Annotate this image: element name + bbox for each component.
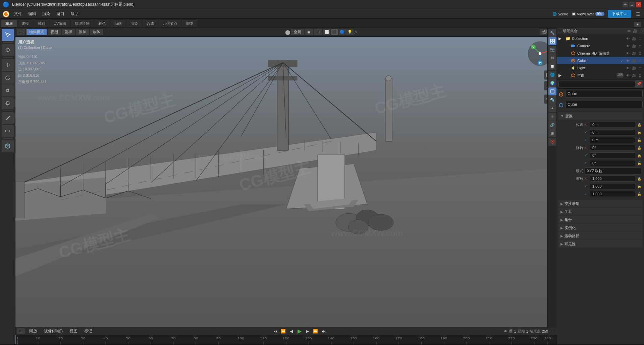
prop-world[interactable]: 🌍 (548, 79, 556, 87)
collections-header[interactable]: ▶ 集合 (558, 216, 643, 223)
scale-y-value[interactable]: 1.000 (590, 183, 635, 189)
workspace-tab-modeling[interactable]: 建模 (17, 20, 33, 27)
play-button[interactable]: ▶ (296, 328, 303, 335)
mode-dropdown[interactable]: XYZ 欧拉 (585, 167, 641, 175)
timeline-tab-playback[interactable]: 回放 (26, 328, 40, 335)
menu-render[interactable]: 渲染 (40, 10, 53, 17)
collection-cam[interactable]: 🎥 (631, 36, 637, 41)
add-workspace-button[interactable]: + (634, 22, 641, 27)
cube-eye[interactable]: 👁 (625, 58, 631, 63)
camera-eye[interactable]: 👁 (625, 43, 631, 49)
prop-particles[interactable]: ✦ (548, 104, 556, 112)
rotate-tool[interactable] (2, 72, 14, 84)
menu-help[interactable]: 帮助 (68, 10, 81, 17)
rotation-z-lock[interactable]: 🔒 (637, 161, 641, 165)
cinema4d-cam[interactable]: 🎥 (631, 51, 637, 56)
viewport-canvas[interactable]: CG模型主 CG模型主 CG模型主 CG模型主 www.CGMXW.com ww… (15, 37, 557, 327)
location-x-lock[interactable]: 🔒 (637, 123, 641, 127)
prop-material[interactable] (548, 138, 556, 146)
jump-end-button[interactable]: ⏭ (320, 328, 327, 335)
blank-render[interactable]: ⊡ (637, 73, 643, 78)
cinema4d-render[interactable]: ⊡ (637, 51, 643, 56)
light-render[interactable]: ⊡ (637, 65, 643, 71)
timeline-tab-marker[interactable]: 标记 (82, 328, 95, 335)
scene-selector[interactable]: 🌐 Scene (552, 12, 568, 16)
properties-search[interactable] (558, 81, 635, 87)
xray-button[interactable]: ⊡ (314, 29, 322, 35)
workspace-tab-animation[interactable]: 动画 (110, 20, 126, 27)
window-controls[interactable]: ─ □ ✕ (623, 2, 641, 7)
select-menu-button[interactable]: 选择 (62, 29, 75, 35)
collection-eye[interactable]: 👁 (625, 36, 631, 41)
camera-cam[interactable]: 🎥 (631, 43, 637, 49)
shading-solid[interactable]: ⬛ (331, 29, 338, 35)
location-z-lock[interactable]: 🔒 (637, 138, 641, 142)
annotate-tool[interactable] (2, 112, 14, 124)
timeline-editor-type[interactable]: ⊞ (17, 328, 25, 334)
workspace-tab-texture[interactable]: 纹理绘制 (71, 20, 94, 27)
viewport-overlay-button[interactable]: ◉ (305, 29, 313, 35)
menu-file[interactable]: 文件 (11, 10, 25, 17)
measure-tool[interactable] (2, 125, 14, 137)
select-tool[interactable] (2, 29, 14, 41)
view-menu-button[interactable]: 视图 (48, 29, 61, 35)
add-cube-tool[interactable] (2, 140, 14, 152)
material-button[interactable]: 全属 (291, 29, 304, 35)
collection-render[interactable]: ⊡ (637, 36, 643, 41)
outliner-item-cube[interactable]: Cube ✓ 👁 🎥 ⊡ (557, 57, 644, 64)
shading-rendered[interactable]: 💡 (346, 29, 354, 35)
prop-active-tool[interactable]: 🔧 (548, 29, 556, 37)
rotation-y-lock[interactable]: 🔒 (637, 154, 641, 157)
object-name-input[interactable] (565, 90, 643, 97)
download-button[interactable]: 下载中... (608, 10, 631, 18)
prop-pin[interactable]: 📌 (635, 80, 643, 88)
scale-x-value[interactable]: 1.000 (590, 176, 635, 182)
blender-logo[interactable] (1, 9, 11, 19)
scene-collection-cam[interactable]: 🎥 (633, 29, 638, 33)
scene-collection-render[interactable]: ⊡ (640, 29, 643, 33)
shading-material[interactable]: 🔵 (338, 29, 346, 35)
rotation-x-value[interactable]: 0° (590, 145, 635, 151)
prop-object[interactable] (548, 87, 556, 95)
location-y-lock[interactable]: 🔒 (637, 131, 641, 134)
workspace-tab-sculpt[interactable]: 雕刻 (34, 20, 49, 27)
relations-header[interactable]: ▶ 关系 (558, 208, 643, 215)
prop-output[interactable]: 🖥 (548, 54, 556, 62)
prop-render[interactable]: 📷 (548, 46, 556, 54)
move-tool[interactable] (2, 59, 14, 71)
outliner-item-collection[interactable]: ▶ 📁 Collection 👁 🎥 ⊡ (557, 35, 644, 42)
next-frame-button[interactable]: ⏩ (312, 328, 319, 335)
workspace-tab-shading[interactable]: 着色 (94, 20, 110, 27)
prop-physics[interactable]: ⚛ (548, 113, 556, 121)
scale-tool[interactable] (2, 84, 14, 96)
scene-collection-eye[interactable]: 👁 (627, 29, 631, 33)
object-menu-button[interactable]: 物体 (90, 29, 103, 35)
prop-modifier[interactable]: 🔩 (548, 96, 556, 104)
prop-view-layer[interactable]: 🔲 (548, 62, 556, 70)
light-eye[interactable]: 👁 (625, 65, 631, 71)
next-keyframe-button[interactable]: ▶ (304, 328, 311, 335)
scale-z-value[interactable]: 1.000 (590, 191, 635, 197)
object-mode-button[interactable]: 物体模式 (26, 29, 47, 35)
instances-header[interactable]: ▶ 实例化 (558, 224, 643, 231)
menu-window[interactable]: 窗口 (54, 10, 67, 17)
camera-render[interactable]: ⊡ (637, 43, 643, 49)
delta-transform-header[interactable]: ▶ 变换增量 (558, 200, 643, 207)
cube-render[interactable]: ⊡ (637, 58, 643, 63)
outliner-item-light[interactable]: Light 👁 🎥 ⊡ (557, 64, 644, 72)
workspace-tab-geometry[interactable]: 几何节点 (159, 20, 181, 27)
workspace-tab-compositing[interactable]: 合成 (143, 20, 158, 27)
viewlayer-selector[interactable]: 🔲 ViewLayer 99+ (572, 12, 604, 16)
editor-type-button[interactable]: ⊞ (17, 29, 25, 35)
prop-scene[interactable] (548, 37, 556, 45)
filter-icon[interactable]: ☰ (636, 11, 640, 17)
location-x-value[interactable]: 0 m (590, 122, 635, 128)
prop-constraints[interactable]: 🔗 (548, 121, 556, 129)
timeline-tab-view[interactable]: 视像(插帧) (41, 328, 65, 335)
menu-edit[interactable]: 编辑 (25, 10, 39, 17)
outliner-item-cinema4d[interactable]: Cinema_4D_编辑器 👁 🎥 ⊡ (557, 50, 644, 57)
visibility-header[interactable]: ▶ 可见性 (558, 240, 643, 248)
location-y-value[interactable]: 0 m (590, 129, 635, 135)
workspace-tab-scripting[interactable]: 脚本 (182, 20, 198, 27)
location-z-value[interactable]: 0 m (590, 137, 635, 143)
